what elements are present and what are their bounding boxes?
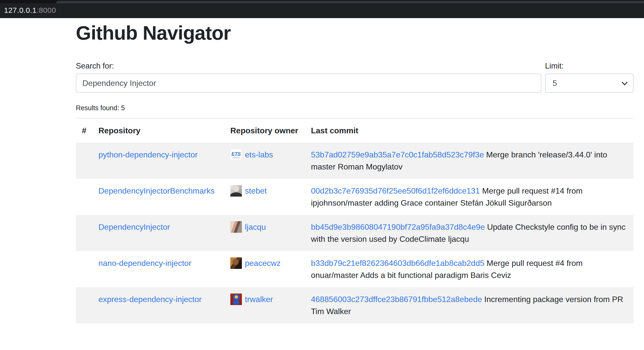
- owner-cell: ljacqu: [224, 215, 305, 251]
- trwalker-avatar-photo: [230, 294, 242, 305]
- row-index-cell: [76, 179, 92, 215]
- peacecwz-avatar-photo: [230, 257, 242, 269]
- row-index-cell: [76, 215, 92, 251]
- commit-cell: bb45d9e3b98608047190bf72a95fa9a37d8c4e9e…: [305, 215, 633, 251]
- commit-cell: b33db79c21ef8262364603db66dfe1ab8cab2dd5…: [305, 251, 633, 287]
- repository-link[interactable]: python-dependency-injector: [98, 150, 198, 159]
- table-body: python-dependency-injector ETS ets-labs …: [76, 143, 633, 323]
- repository-link[interactable]: DependencyInjector: [98, 222, 170, 231]
- browser-tab-strip: [0, 0, 644, 3]
- owner-link[interactable]: ets-labs: [245, 149, 273, 161]
- search-input[interactable]: [76, 74, 541, 93]
- commit-hash-link[interactable]: b33db79c21ef8262364603db66dfe1ab8cab2dd5: [311, 259, 484, 268]
- row-index-cell: [76, 287, 92, 323]
- header-repository-owner: Repository owner: [224, 118, 305, 143]
- browser-address-bar[interactable]: 127.0.0.1:8000: [4, 6, 56, 15]
- repository-link[interactable]: DependencyInjectorBenchmarks: [98, 186, 214, 195]
- header-last-commit: Last commit: [305, 118, 633, 143]
- repo-cell: nano-dependency-injector: [92, 251, 224, 287]
- limit-select[interactable]: 5: [545, 74, 633, 93]
- search-form: Search for: Limit: 5: [76, 62, 633, 93]
- owner-cell: trwalker: [224, 287, 305, 323]
- url-port: :8000: [37, 6, 56, 14]
- header-index: #: [76, 118, 92, 143]
- commit-hash-link[interactable]: 00d2b3c7e76935d76f25ee50f6d1f2ef6ddce131: [311, 186, 480, 195]
- owner-cell: ETS ets-labs: [224, 143, 305, 179]
- commit-hash-link[interactable]: bb45d9e3b98608047190bf72a95fa9a37d8c4e9e: [311, 222, 485, 231]
- commit-hash-link[interactable]: 468856003c273dffce23b86791fbbe512a8ebede: [311, 295, 482, 304]
- owner-link[interactable]: stebet: [245, 185, 267, 197]
- url-host: 127.0.0.1: [4, 6, 37, 14]
- limit-select-wrap: 5: [545, 74, 633, 93]
- results-table: # Repository Repository owner Last commi…: [76, 118, 633, 323]
- table-row: express-dependency-injector trwalker 468…: [76, 287, 633, 323]
- search-label: Search for:: [76, 62, 541, 71]
- page-container: Github Navigator Search for: Limit: 5 Re…: [76, 22, 633, 323]
- page-title: Github Navigator: [76, 22, 633, 44]
- table-row: DependencyInjector ljacqu bb45d9e3b98608…: [76, 215, 633, 251]
- avatar-logo-text: ETS: [232, 151, 241, 156]
- owner-link[interactable]: trwalker: [245, 293, 273, 305]
- browser-chrome-bar: 127.0.0.1:8000: [0, 0, 644, 18]
- commit-cell: 468856003c273dffce23b86791fbbe512a8ebede…: [305, 287, 633, 323]
- commit-cell: 53b7ad02759e9ab35a7e7c0c1fab58d523c79f3e…: [305, 143, 633, 179]
- table-header-row: # Repository Repository owner Last commi…: [76, 118, 633, 143]
- repository-link[interactable]: express-dependency-injector: [98, 295, 202, 304]
- repo-cell: DependencyInjectorBenchmarks: [92, 179, 224, 215]
- stebet-avatar-photo: [230, 185, 242, 197]
- table-row: python-dependency-injector ETS ets-labs …: [76, 143, 633, 179]
- browser-tab[interactable]: [56, 1, 644, 3]
- row-index-cell: [76, 251, 92, 287]
- owner-cell: stebet: [224, 179, 305, 215]
- search-group: Search for:: [76, 62, 541, 93]
- limit-label: Limit:: [545, 62, 633, 71]
- commit-cell: 00d2b3c7e76935d76f25ee50f6d1f2ef6ddce131…: [305, 179, 633, 215]
- table-row: nano-dependency-injector peacecwz b33db7…: [76, 251, 633, 287]
- results-summary: Results found: 5: [76, 104, 633, 112]
- header-repository: Repository: [92, 118, 224, 143]
- owner-link[interactable]: ljacqu: [245, 221, 266, 233]
- repo-cell: python-dependency-injector: [92, 143, 224, 179]
- row-index-cell: [76, 143, 92, 179]
- repository-link[interactable]: nano-dependency-injector: [98, 259, 191, 268]
- commit-hash-link[interactable]: 53b7ad02759e9ab35a7e7c0c1fab58d523c79f3e: [311, 150, 484, 159]
- limit-group: Limit: 5: [545, 62, 633, 93]
- ljacqu-avatar-photo: [230, 221, 242, 233]
- repo-cell: DependencyInjector: [92, 215, 224, 251]
- owner-cell: peacecwz: [224, 251, 305, 287]
- table-row: DependencyInjectorBenchmarks stebet 00d2…: [76, 179, 633, 215]
- repo-cell: express-dependency-injector: [92, 287, 224, 323]
- ets-labs-logo-icon: ETS: [230, 149, 242, 160]
- owner-link[interactable]: peacecwz: [245, 257, 281, 269]
